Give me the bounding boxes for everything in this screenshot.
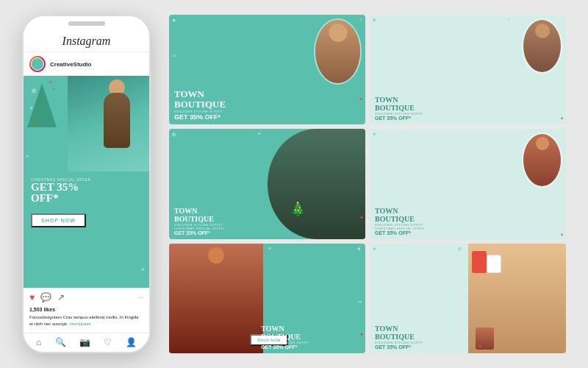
- card1-star-tl: ✦: [171, 17, 177, 24]
- more-icon[interactable]: ···: [138, 294, 144, 302]
- grid-card-1: ✦ ✧ ❧ ✦ TOWN BOUTIQUE DISCOVER STYLISH O…: [169, 15, 365, 124]
- card5-text: TOWN BOUTIQUE DISCOVER STYLISH OUTFIT GE…: [257, 321, 365, 353]
- nav-camera-icon[interactable]: 📷: [79, 337, 90, 348]
- nav-home-icon[interactable]: ⌂: [36, 337, 41, 348]
- card3-brand-1: TOWN: [174, 207, 360, 215]
- post-image-area: ● ●: [24, 76, 149, 171]
- card1-photo-frame: [314, 18, 362, 85]
- card3-offer: GET 35% OFF*: [174, 230, 360, 236]
- comment-icon[interactable]: 💬: [40, 292, 51, 303]
- username: CreativeStudio: [50, 61, 91, 68]
- phone-notch: [24, 16, 149, 31]
- leaf-deco-red-2: ●: [53, 87, 54, 91]
- card3-brand-2: BOUTIQUE: [174, 215, 360, 223]
- phone-nav: ⌂ 🔍 📷 ♡ 👤: [24, 333, 149, 352]
- leaf-deco-red-1: ●: [49, 79, 52, 84]
- card6-bag-red: [472, 251, 487, 273]
- instagram-header: Instagram: [24, 31, 149, 52]
- post-actions: ♥ 💬 ↗ ···: [24, 288, 149, 307]
- card6-offer: GET 35% OFF*: [375, 344, 561, 350]
- card4-brand-2: BOUTIQUE: [375, 215, 561, 223]
- card1-leaf: ❧: [171, 52, 177, 60]
- card5-person: [169, 244, 263, 353]
- card4-head: [536, 137, 549, 150]
- tree-shape: [27, 83, 57, 127]
- card6-text: TOWN BOUTIQUE DISCOVER STYLISH OUTFIT GE…: [370, 321, 566, 353]
- post-brand-line2: OFF*: [31, 193, 142, 204]
- card1-offer: GET 35% OFF*: [174, 113, 360, 121]
- grid-card-3: 🎄 ❄ ✦ ✦ TOWN BOUTIQUE DISCOVER STYLISH O…: [169, 129, 365, 238]
- post-likes: 1,503 likes: [24, 307, 149, 312]
- card2-photo-frame: [522, 18, 562, 74]
- tree-deco: [27, 83, 57, 127]
- card6-star-tl: ✦: [372, 246, 377, 252]
- card2-person: [523, 20, 561, 72]
- avatar: [31, 57, 44, 71]
- nav-search-icon[interactable]: 🔍: [55, 337, 66, 348]
- card5-brand-1: TOWN: [261, 325, 362, 333]
- phone-notch-bar: [68, 21, 105, 26]
- card5-leaf: ❧: [357, 298, 363, 305]
- card1-person: [315, 20, 360, 83]
- card2-star-tr: ✧: [506, 17, 511, 23]
- phone-mockup: Instagram CreativeStudio ❄ ❄ ✦ 🌱 ✦: [22, 15, 151, 353]
- card2-text: TOWN BOUTIQUE DISCOVER STYLISH OUTFIT GE…: [370, 92, 566, 124]
- card6-brand-2: BOUTIQUE: [375, 333, 561, 341]
- card3-star-tl: ❄: [171, 131, 177, 138]
- post-text-area: Christmas Special Offer GET 35% OFF*: [24, 171, 149, 210]
- card1-brand-2: BOUTIQUE: [174, 99, 360, 110]
- template-grid: ✦ ✧ ❧ ✦ TOWN BOUTIQUE DISCOVER STYLISH O…: [169, 15, 566, 353]
- card4-star: ✦: [372, 131, 377, 138]
- card2-brand-2: BOUTIQUE: [375, 104, 561, 112]
- nav-profile-icon[interactable]: 👤: [126, 337, 137, 348]
- instagram-logo: Instagram: [62, 35, 111, 48]
- card4-photo-frame: [522, 132, 562, 188]
- like-icon[interactable]: ♥: [29, 292, 35, 303]
- card3-star-mid: ✦: [257, 131, 262, 137]
- grid-card-5: ✦ ✦ ● ❧ TOWN BOUTIQUE DISCOVER STYLISH O…: [169, 244, 365, 353]
- card5-offer: GET 35% OFF*: [261, 344, 362, 350]
- card6-bag-white: [487, 255, 501, 273]
- card6-brand-1: TOWN: [375, 325, 561, 333]
- card4-offer: GET 35% OFF*: [375, 230, 561, 236]
- nav-heart-icon[interactable]: ♡: [104, 337, 112, 348]
- card1-text: TOWN BOUTIQUE DISCOVER STYLISH OUTFIT GE…: [169, 85, 365, 125]
- leaf-branch-left: ❧: [25, 153, 30, 160]
- person-body: [104, 93, 130, 148]
- scene: Instagram CreativeStudio ❄ ❄ ✦ 🌱 ✦: [0, 0, 588, 368]
- post-card: ❄ ❄ ✦ 🌱 ✦ ● ● Christmas S: [24, 76, 149, 288]
- star-deco-bottom: ✦: [140, 266, 146, 273]
- card4-text: TOWN BOUTIQUE DISCOVER STYLISH OUTFIT Ch…: [370, 203, 566, 239]
- avatar-ring[interactable]: [29, 56, 46, 72]
- post-brand-line1: GET 35%: [31, 182, 142, 193]
- post-header: CreativeStudio: [24, 52, 149, 76]
- card5-star-mid: ✦: [268, 246, 272, 252]
- grid-card-4: ✦ ✦ TOWN BOUTIQUE DISCOVER STYLISH OUTFI…: [370, 129, 566, 238]
- card3-text: TOWN BOUTIQUE DISCOVER STYLISH OUTFIT Ch…: [169, 203, 365, 239]
- card2-offer: GET 35% OFF*: [375, 116, 561, 121]
- card6-star-right: ❄: [457, 246, 462, 252]
- card2-star-tl: ✦: [372, 17, 377, 24]
- card2-head: [535, 24, 550, 38]
- grid-card-6: ✦ ✦ ❄ TOWN BOUTIQUE DISCOVER STYLISH OUT…: [370, 244, 566, 353]
- card5-head: [208, 247, 224, 263]
- card5-star-tr: ✦: [356, 246, 362, 252]
- card1-brand-1: TOWN: [174, 89, 360, 99]
- person-figure: [98, 79, 138, 160]
- share-icon[interactable]: ↗: [57, 292, 65, 303]
- hashtag[interactable]: #templates: [69, 322, 90, 326]
- card4-brand-1: TOWN: [375, 207, 561, 215]
- grid-card-2: ✦ ✧ ✦ TOWN BOUTIQUE DISCOVER STYLISH OUT…: [370, 15, 566, 124]
- card4-person: [523, 134, 561, 186]
- post-caption: Focusdesigntem Cras tempus eleifend moll…: [24, 312, 149, 333]
- card2-brand-1: TOWN: [375, 96, 561, 104]
- card1-head: [329, 24, 347, 42]
- card5-photo-area: [169, 244, 263, 353]
- card5-brand-2: BOUTIQUE: [261, 333, 362, 341]
- card1-star-tr: ✧: [359, 17, 363, 23]
- shop-now-button[interactable]: SHOP NOW: [31, 213, 86, 227]
